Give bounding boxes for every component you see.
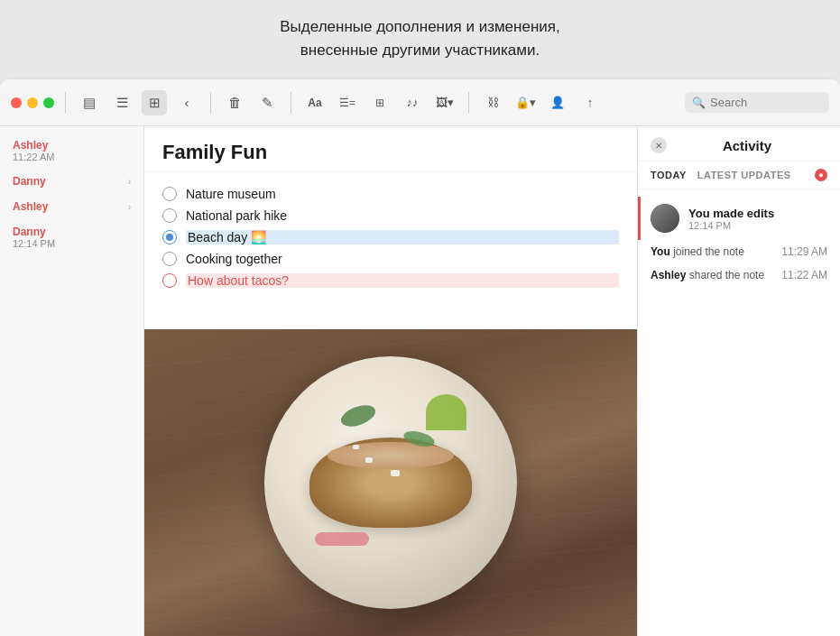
divider-2 bbox=[210, 92, 211, 114]
content-area: Ashley 11:22 AM Danny › Ashley › Danny 1… bbox=[0, 126, 840, 636]
checkbox-2[interactable] bbox=[162, 230, 177, 244]
note-image bbox=[144, 329, 637, 636]
activity-item-title-0: You made edits bbox=[688, 207, 827, 220]
sidebar-user-danny-2: Danny bbox=[13, 226, 131, 238]
tab-latest[interactable]: LATEST UPDATES bbox=[697, 170, 791, 180]
activity-text-2: shared the note bbox=[689, 269, 764, 281]
chevron-icon-danny-1: › bbox=[128, 177, 131, 187]
cheese-decoration-1 bbox=[365, 457, 373, 463]
cheese-decoration-3 bbox=[353, 445, 359, 449]
minimize-button[interactable] bbox=[27, 97, 38, 108]
new-note-button[interactable]: ✎ bbox=[254, 90, 280, 115]
grid-view-button[interactable]: ⊞ bbox=[142, 90, 167, 115]
activity-user-2: Ashley bbox=[651, 269, 686, 281]
table-button[interactable]: ⊞ bbox=[367, 90, 392, 115]
close-button[interactable] bbox=[11, 97, 22, 108]
sidebar-user-ashley-2: Ashley bbox=[13, 200, 48, 213]
divider-4 bbox=[468, 92, 469, 114]
taco-item bbox=[309, 438, 472, 528]
sidebar-user-ashley-1: Ashley bbox=[13, 139, 131, 152]
activity-time-1: 11:29 AM bbox=[781, 245, 827, 258]
search-box[interactable]: 🔍 bbox=[685, 92, 829, 113]
checkbox-0[interactable] bbox=[162, 187, 177, 201]
note-header: Family Fun bbox=[144, 126, 637, 172]
audio-button[interactable]: ♪♪ bbox=[400, 90, 425, 115]
maximize-button[interactable] bbox=[43, 97, 54, 108]
activity-item-2[interactable]: Ashley shared the note 11:22 AM bbox=[638, 263, 840, 287]
food-plate bbox=[264, 356, 517, 609]
note-area: Family Fun Nature museum National park h… bbox=[144, 126, 637, 636]
activity-user-1: You bbox=[651, 245, 670, 258]
activity-close-icon: ✕ bbox=[655, 141, 662, 151]
note-title: Family Fun bbox=[162, 141, 267, 163]
item-text-4: How about tacos? bbox=[186, 273, 619, 288]
tab-today[interactable]: TODAY bbox=[651, 170, 687, 180]
item-text-3: Cooking together bbox=[186, 252, 619, 266]
checkbox-3[interactable] bbox=[162, 252, 177, 266]
activity-item-0[interactable]: You made edits 12:14 PM bbox=[638, 197, 840, 240]
activity-item-time-0: 12:14 PM bbox=[688, 220, 827, 231]
app-window: ▤ ☰ ⊞ ‹ 🗑 ✎ Aa ☰= ⊞ ♪♪ 🖼▾ ⛓ 🔒▾ 👤 ↑ 🔍 Ash… bbox=[0, 79, 840, 636]
activity-list: You made edits 12:14 PM You joined the n… bbox=[638, 189, 840, 636]
checklist-item-0[interactable]: Nature museum bbox=[162, 183, 619, 205]
item-text-0: Nature museum bbox=[186, 187, 619, 201]
activity-tabs: TODAY LATEST UPDATES ● bbox=[638, 161, 840, 189]
activity-time-2: 11:22 AM bbox=[781, 269, 827, 281]
delete-button[interactable]: 🗑 bbox=[222, 90, 247, 115]
activity-close-button[interactable]: ✕ bbox=[651, 137, 667, 153]
checklist-item-4[interactable]: How about tacos? bbox=[162, 270, 619, 291]
activity-item-1[interactable]: You joined the note 11:29 AM bbox=[638, 240, 840, 263]
list-view-button[interactable]: ☰ bbox=[109, 90, 134, 115]
search-input[interactable] bbox=[710, 96, 822, 109]
chevron-icon-ashley-2: › bbox=[128, 202, 131, 212]
sidebar-toggle-button[interactable]: ▤ bbox=[77, 90, 102, 115]
checkbox-4[interactable] bbox=[162, 273, 177, 288]
checklist-item-3[interactable]: Cooking together bbox=[162, 248, 619, 270]
sidebar-entry-ashley-2[interactable]: Ashley › bbox=[7, 197, 136, 217]
sidebar-user-danny-1: Danny bbox=[13, 175, 46, 188]
back-button[interactable]: ‹ bbox=[174, 90, 199, 115]
item-text-1: National park hike bbox=[186, 208, 619, 223]
sidebar-entry-ashley-1[interactable]: Ashley 11:22 AM bbox=[7, 135, 136, 166]
sidebar-entry-danny-2[interactable]: Danny 12:14 PM bbox=[7, 222, 136, 253]
checkbox-1[interactable] bbox=[162, 208, 177, 223]
sidebar-time-ashley-1: 11:22 AM bbox=[13, 152, 131, 162]
collaborators-button[interactable]: 👤 bbox=[545, 90, 570, 115]
checklist-item-1[interactable]: National park hike bbox=[162, 205, 619, 226]
share-button[interactable]: ↑ bbox=[577, 90, 603, 115]
activity-item-info-0: You made edits 12:14 PM bbox=[688, 207, 827, 231]
media-button[interactable]: 🖼▾ bbox=[432, 90, 457, 115]
activity-header: ✕ Activity bbox=[638, 126, 840, 161]
divider-3 bbox=[291, 92, 291, 114]
traffic-lights bbox=[11, 97, 54, 108]
activity-title: Activity bbox=[667, 138, 827, 153]
cheese-decoration-2 bbox=[391, 470, 400, 476]
onion-decoration bbox=[315, 532, 369, 546]
link-button[interactable]: ⛓ bbox=[480, 90, 505, 115]
activity-text-1: joined the note bbox=[673, 245, 744, 258]
activity-panel: ✕ Activity TODAY LATEST UPDATES ● You ma… bbox=[637, 126, 840, 636]
sidebar-time-danny-2: 12:14 PM bbox=[13, 238, 131, 249]
search-icon: 🔍 bbox=[692, 97, 706, 109]
avatar-inner-you bbox=[651, 204, 679, 233]
caption-text: Выделенные дополнения и изменения, внесе… bbox=[280, 15, 559, 61]
checklist-item-2[interactable]: Beach day 🌅 bbox=[162, 226, 619, 248]
left-sidebar: Ashley 11:22 AM Danny › Ashley › Danny 1… bbox=[0, 126, 144, 636]
avatar-you bbox=[651, 204, 679, 233]
checklist-button[interactable]: ☰= bbox=[335, 90, 360, 115]
note-content[interactable]: Nature museum National park hike Beach d… bbox=[144, 172, 637, 329]
sidebar-entry-danny-1[interactable]: Danny › bbox=[7, 171, 136, 191]
title-bar: ▤ ☰ ⊞ ‹ 🗑 ✎ Aa ☰= ⊞ ♪♪ 🖼▾ ⛓ 🔒▾ 👤 ↑ 🔍 bbox=[0, 79, 840, 126]
lock-button[interactable]: 🔒▾ bbox=[512, 90, 538, 115]
divider-1 bbox=[65, 92, 66, 114]
activity-dot-indicator[interactable]: ● bbox=[815, 169, 827, 181]
lime-decoration bbox=[426, 394, 466, 430]
herb-decoration-1 bbox=[338, 401, 378, 430]
food-visual bbox=[144, 329, 637, 636]
text-format-button[interactable]: Aa bbox=[302, 90, 328, 115]
caption-area: Выделенные дополнения и изменения, внесе… bbox=[0, 0, 840, 77]
item-text-2: Beach day 🌅 bbox=[186, 230, 619, 244]
